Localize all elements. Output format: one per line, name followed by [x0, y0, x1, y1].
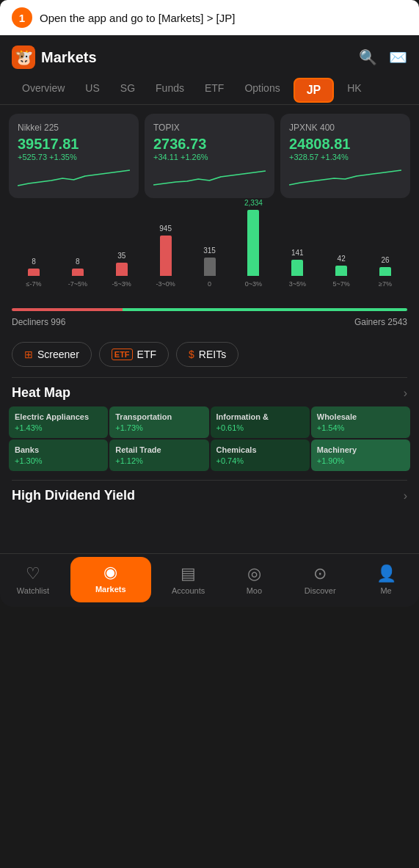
tab-us[interactable]: US — [75, 76, 109, 104]
heat-map-chevron[interactable]: › — [404, 387, 407, 400]
heat-cell-banks[interactable]: Banks +1.30% — [9, 440, 108, 471]
bar-chart: 8 ≤-7% 8 -7~5% 35 -5~3% 945 -3~0 — [12, 214, 407, 302]
index-card-nikkei[interactable]: Nikkei 225 39517.81 +525.73 +1.35% — [9, 114, 139, 198]
header-title: Markets — [41, 49, 97, 66]
wholesale-name: Wholesale — [317, 412, 404, 422]
me-label: Me — [380, 586, 391, 595]
high-dividend-header: High Dividend Yield › — [0, 481, 419, 509]
nav-tabs: Overview US SG Funds ETF Options JP HK — [0, 76, 419, 105]
mail-icon[interactable]: ✉️ — [389, 48, 407, 66]
nav-markets[interactable]: ◉ Markets — [70, 557, 151, 602]
search-icon[interactable]: 🔍 — [359, 48, 377, 66]
bar-bottom-1: -7~5% — [68, 280, 87, 288]
reits-label: REITs — [199, 349, 226, 360]
banks-name: Banks — [15, 445, 102, 455]
bar-top-8: 26 — [382, 256, 390, 264]
nikkei-sparkline — [18, 167, 130, 189]
nikkei-name: Nikkei 225 — [18, 123, 130, 133]
index-card-topix[interactable]: TOPIX 2736.73 +34.11 +1.26% — [145, 114, 274, 198]
topix-sparkline — [153, 167, 266, 189]
me-icon: 👤 — [376, 564, 396, 583]
heat-cell-machinery[interactable]: Machinery +1.90% — [311, 440, 410, 471]
electric-name: Electric Appliances — [15, 412, 102, 422]
moo-label: Moo — [247, 586, 262, 595]
markets-label: Markets — [95, 585, 126, 594]
heat-cell-transport[interactable]: Transportation +1.73% — [109, 406, 208, 438]
retail-value: +1.12% — [115, 456, 203, 465]
bar-top-6: 141 — [291, 249, 304, 257]
nav-moo[interactable]: ◎ Moo — [221, 560, 287, 599]
step-badge: 1 — [12, 7, 32, 28]
main-content: Nikkei 225 39517.81 +525.73 +1.35% TOPIX… — [0, 105, 419, 553]
heat-cell-retail[interactable]: Retail Trade +1.12% — [109, 440, 208, 471]
bar-0 — [28, 269, 40, 276]
heat-cell-wholesale[interactable]: Wholesale +1.54% — [311, 406, 410, 438]
reits-button[interactable]: $ REITs — [176, 342, 238, 367]
jpxnk-name: JPXNK 400 — [289, 123, 401, 133]
topix-value: 2736.73 — [153, 136, 266, 153]
heat-cell-chemicals[interactable]: Chemicals +0.74% — [211, 440, 310, 471]
bar-top-3: 945 — [159, 225, 172, 233]
app-container: 🐮 Markets 🔍 ✉️ Overview US SG Funds ETF … — [0, 35, 419, 607]
machinery-value: +1.90% — [317, 456, 404, 465]
tab-funds[interactable]: Funds — [145, 76, 194, 104]
nikkei-value: 39517.81 — [18, 136, 130, 153]
tab-overview[interactable]: Overview — [12, 76, 75, 104]
bar-bottom-3: -3~0% — [156, 280, 175, 288]
heat-cell-info[interactable]: Information & +0.61% — [211, 406, 310, 438]
chemicals-value: +0.74% — [216, 456, 304, 465]
bar-bottom-2: -5~3% — [112, 280, 131, 288]
info-name: Information & — [216, 412, 304, 422]
watchlist-label: Watchlist — [17, 586, 49, 595]
nav-watchlist[interactable]: ♡ Watchlist — [0, 560, 66, 599]
bar-top-2: 35 — [117, 252, 125, 260]
tab-options[interactable]: Options — [234, 76, 290, 104]
header-icons: 🔍 ✉️ — [359, 48, 407, 66]
topix-change: +34.11 +1.26% — [153, 153, 266, 161]
bar-col-8: 26 ≥7% — [363, 256, 407, 288]
tab-jp[interactable]: JP — [294, 78, 335, 103]
info-value: +0.61% — [216, 423, 304, 432]
heat-map-header: Heat Map › — [0, 378, 419, 406]
bar-col-4: 315 0 — [188, 247, 232, 288]
transport-name: Transportation — [115, 412, 203, 422]
tab-sg[interactable]: SG — [110, 76, 145, 104]
action-buttons: ⊞ Screener ETF ETF $ REITs — [0, 335, 419, 377]
high-dividend-chevron[interactable]: › — [404, 489, 407, 503]
jpxnk-change: +328.57 +1.34% — [289, 153, 401, 161]
index-card-jpxnk[interactable]: JPXNK 400 24808.81 +328.57 +1.34% — [280, 114, 410, 198]
bar-bottom-7: 5~7% — [333, 280, 350, 288]
markets-icon: ◉ — [103, 563, 117, 582]
tab-etf[interactable]: ETF — [194, 76, 234, 104]
screener-label: Screener — [37, 349, 79, 360]
nav-discover[interactable]: ⊙ Discover — [287, 560, 353, 599]
etf-icon: ETF — [112, 349, 133, 360]
bar-col-5: 2,334 0~3% — [231, 199, 275, 288]
high-dividend-title: High Dividend Yield — [12, 488, 135, 503]
etf-button[interactable]: ETF ETF — [99, 342, 169, 367]
app-header: 🐮 Markets 🔍 ✉️ — [0, 35, 419, 76]
discover-label: Discover — [305, 586, 336, 595]
tab-hk[interactable]: HK — [337, 76, 371, 104]
wholesale-value: +1.54% — [317, 423, 404, 432]
reits-icon: $ — [189, 349, 194, 360]
bottom-spacer — [0, 509, 419, 553]
screener-button[interactable]: ⊞ Screener — [12, 342, 92, 367]
instruction-bar: 1 Open the app and go to [Markets] > [JP… — [0, 0, 419, 35]
gain-decline-bar — [12, 308, 407, 311]
bar-top-4: 315 — [203, 247, 216, 255]
bar-top-5: 2,334 — [244, 199, 263, 207]
topix-name: TOPIX — [153, 123, 266, 133]
heat-map-title: Heat Map — [12, 385, 70, 401]
accounts-icon: ▤ — [181, 564, 196, 583]
bar-top-7: 42 — [338, 255, 346, 263]
nav-me[interactable]: 👤 Me — [353, 560, 419, 599]
bar-8 — [379, 267, 391, 276]
gain-decline-labels: Decliners 996 Gainers 2543 — [0, 317, 419, 327]
heat-cell-electric[interactable]: Electric Appliances +1.43% — [9, 406, 108, 438]
bar-chart-section: 8 ≤-7% 8 -7~5% 35 -5~3% 945 -3~0 — [0, 207, 419, 302]
bar-col-0: 8 ≤-7% — [12, 258, 56, 288]
nav-accounts[interactable]: ▤ Accounts — [156, 560, 222, 599]
bar-bottom-6: 3~5% — [289, 280, 306, 288]
bar-1 — [72, 269, 84, 276]
